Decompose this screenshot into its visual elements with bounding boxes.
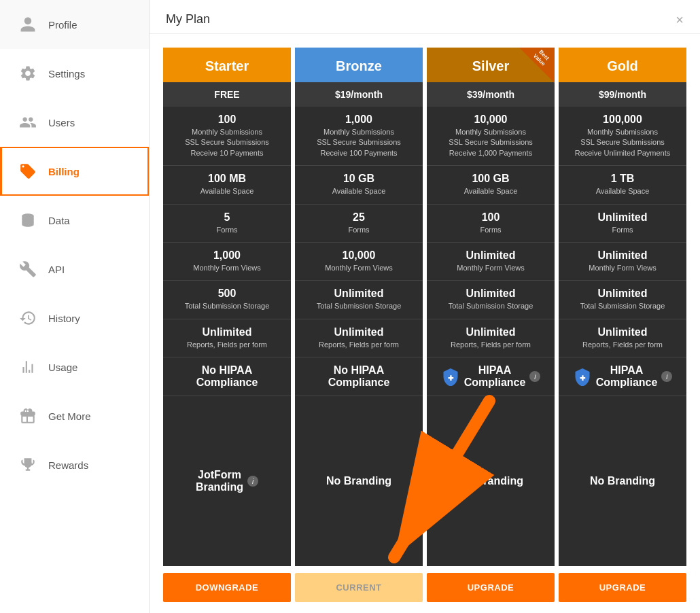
plan-views-silver: Unlimited Monthly Form Views	[427, 243, 555, 281]
plan-price-starter: FREE	[163, 82, 291, 107]
sidebar-item-profile[interactable]: Profile	[0, 0, 149, 49]
plan-hipaa-silver: ✚ HIPAACompliance i	[427, 357, 555, 396]
plan-header-starter: Starter	[163, 48, 291, 82]
plan-storage-silver: Unlimited Total Submission Storage	[427, 281, 555, 319]
btn-downgrade-starter[interactable]: DOWNGRADE	[163, 573, 291, 602]
plan-name-gold: Gold	[607, 58, 638, 73]
branding-label: No Branding	[326, 475, 391, 487]
plan-actions-row: DOWNGRADECURRENTUPGRADEUPGRADE	[150, 566, 700, 613]
plan-space-gold: 1 TB Available Space	[559, 166, 686, 204]
plan-name-starter: Starter	[205, 58, 249, 73]
page-title: My Plan	[166, 12, 210, 27]
hipaa-label: HIPAACompliance	[464, 364, 526, 389]
plan-forms-bronze: 25 Forms	[295, 205, 423, 243]
plan-col-gold: Gold $99/month 100,000 Monthly Submissio…	[559, 48, 686, 566]
sidebar-item-usage[interactable]: Usage	[0, 343, 149, 391]
plan-storage-starter: 500 Total Submission Storage	[163, 281, 291, 319]
svg-text:✚: ✚	[448, 374, 454, 382]
sidebar-item-history[interactable]: History	[0, 294, 149, 343]
plan-header-gold: Gold	[559, 48, 686, 82]
sidebar-item-rewards[interactable]: Rewards	[0, 440, 149, 489]
shield-icon: ✚	[573, 367, 592, 386]
hipaa-info-icon[interactable]: i	[529, 371, 540, 382]
data-icon	[16, 208, 40, 232]
plan-space-bronze: 10 GB Available Space	[295, 166, 423, 204]
plan-forms-silver: 100 Forms	[427, 205, 555, 243]
main-content: My Plan × Starter FREE 100 Monthly Submi…	[150, 0, 700, 613]
sidebar-label-getmore: Get More	[48, 410, 91, 422]
plan-price-gold: $99/month	[559, 82, 686, 107]
sidebar-item-billing[interactable]: Billing	[0, 147, 149, 196]
plan-reports-bronze: Unlimited Reports, Fields per form	[295, 319, 423, 357]
sidebar-label-data: Data	[48, 215, 70, 226]
sidebar-label-api: API	[48, 264, 65, 275]
close-button[interactable]: ×	[676, 13, 684, 27]
plan-hipaa-bronze: No HIPAACompliance	[295, 357, 423, 396]
plan-hipaa-gold: ✚ HIPAACompliance i	[559, 357, 686, 396]
history-icon	[16, 306, 40, 330]
plan-branding-starter: JotFormBranding i	[163, 396, 291, 566]
hipaa-label: No HIPAACompliance	[196, 364, 258, 389]
plan-price-silver: $39/month	[427, 82, 555, 107]
plan-col-starter: Starter FREE 100 Monthly SubmissionsSSL …	[163, 48, 291, 566]
sidebar-item-users[interactable]: Users	[0, 98, 149, 147]
hipaa-label: HIPAACompliance	[596, 364, 658, 389]
sidebar-label-users: Users	[48, 117, 75, 128]
sidebar: Profile Settings Users Billing Data API	[0, 0, 150, 613]
plan-hipaa-starter: No HIPAACompliance	[163, 357, 291, 396]
plan-body-gold: $99/month 100,000 Monthly SubmissionsSSL…	[559, 82, 686, 566]
sidebar-label-profile: Profile	[48, 19, 77, 31]
sidebar-label-billing: Billing	[48, 166, 80, 177]
plans-container: Starter FREE 100 Monthly SubmissionsSSL …	[150, 34, 700, 566]
plan-views-gold: Unlimited Monthly Form Views	[559, 243, 686, 281]
plan-branding-silver: No Branding	[427, 396, 555, 566]
plan-submissions-gold: 100,000 Monthly SubmissionsSSL Secure Su…	[559, 107, 686, 166]
plan-space-silver: 100 GB Available Space	[427, 166, 555, 204]
plan-submissions-silver: 10,000 Monthly SubmissionsSSL Secure Sub…	[427, 107, 555, 166]
btn-current-bronze[interactable]: CURRENT	[295, 573, 423, 602]
plan-reports-starter: Unlimited Reports, Fields per form	[163, 319, 291, 357]
api-icon	[16, 257, 40, 281]
person-icon	[16, 12, 40, 37]
sidebar-item-data[interactable]: Data	[0, 196, 149, 245]
hipaa-info-icon[interactable]: i	[661, 371, 672, 382]
plan-submissions-bronze: 1,000 Monthly SubmissionsSSL Secure Subm…	[295, 107, 423, 166]
hipaa-label: No HIPAACompliance	[328, 364, 390, 389]
plan-storage-bronze: Unlimited Total Submission Storage	[295, 281, 423, 319]
plan-body-silver: $39/month 10,000 Monthly SubmissionsSSL …	[427, 82, 555, 566]
sidebar-item-api[interactable]: API	[0, 245, 149, 294]
plan-price-bronze: $19/month	[295, 82, 423, 107]
plans-grid: Starter FREE 100 Monthly SubmissionsSSL …	[163, 48, 686, 566]
plan-branding-bronze: No Branding	[295, 396, 423, 566]
plan-header-bronze: Bronze	[295, 48, 423, 82]
btn-upgrade-gold[interactable]: UPGRADE	[559, 573, 686, 602]
svg-text:✚: ✚	[580, 374, 586, 382]
plan-header-silver: Best Value Silver	[427, 48, 555, 82]
branding-info-icon[interactable]: i	[247, 476, 258, 487]
plan-body-starter: FREE 100 Monthly SubmissionsSSL Secure S…	[163, 82, 291, 566]
gift-icon	[16, 404, 40, 428]
sidebar-item-settings[interactable]: Settings	[0, 49, 149, 98]
plan-submissions-starter: 100 Monthly SubmissionsSSL Secure Submis…	[163, 107, 291, 166]
plan-storage-gold: Unlimited Total Submission Storage	[559, 281, 686, 319]
plan-body-bronze: $19/month 1,000 Monthly SubmissionsSSL S…	[295, 82, 423, 566]
plan-reports-silver: Unlimited Reports, Fields per form	[427, 319, 555, 357]
plan-forms-starter: 5 Forms	[163, 205, 291, 243]
plan-name-silver: Silver	[472, 58, 509, 73]
shield-icon: ✚	[441, 367, 460, 386]
branding-label: No Branding	[458, 475, 523, 487]
branding-label: JotFormBranding	[196, 469, 243, 493]
plan-views-starter: 1,000 Monthly Form Views	[163, 243, 291, 281]
sidebar-label-rewards: Rewards	[48, 459, 88, 471]
plan-branding-gold: No Branding	[559, 396, 686, 566]
plan-forms-gold: Unlimited Forms	[559, 205, 686, 243]
plan-space-starter: 100 MB Available Space	[163, 166, 291, 204]
trophy-icon	[16, 453, 40, 477]
sidebar-item-getmore[interactable]: Get More	[0, 391, 149, 440]
sidebar-label-history: History	[48, 313, 80, 324]
page-header: My Plan ×	[150, 0, 700, 34]
btn-upgrade-silver[interactable]: UPGRADE	[427, 573, 555, 602]
branding-label: No Branding	[590, 475, 655, 487]
plan-name-bronze: Bronze	[336, 58, 382, 73]
usage-icon	[16, 355, 40, 379]
